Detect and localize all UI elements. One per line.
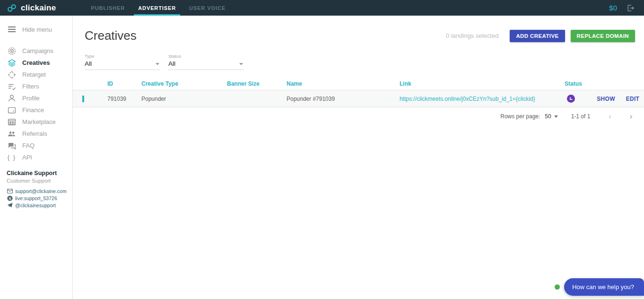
- online-status-dot: [555, 284, 560, 290]
- top-navigation: PUBLISHER ADVERTISER USER VOICE: [85, 0, 232, 16]
- rows-per-page-select[interactable]: 50: [545, 113, 557, 120]
- marketplace-grid-icon: [7, 117, 17, 127]
- finance-wallet-icon: [7, 106, 17, 115]
- col-header-banner-size: Banner Size: [227, 80, 287, 87]
- replace-domain-button[interactable]: REPLACE DOMAIN: [571, 30, 635, 42]
- type-filter-value: All: [85, 60, 92, 67]
- sidebar-item-creatives[interactable]: Creatives: [0, 57, 72, 69]
- sidebar-item-filters[interactable]: Filters: [0, 80, 72, 92]
- col-header-status: Status: [565, 80, 591, 87]
- col-header-name: Name: [287, 80, 400, 87]
- nav-user-voice[interactable]: USER VOICE: [185, 0, 230, 16]
- support-block: Clickaine Support Customer Support suppo…: [0, 163, 72, 209]
- support-telegram-link[interactable]: @clickainesupport: [7, 202, 72, 209]
- col-header-creative-type: Creative Type: [141, 80, 227, 87]
- profile-person-icon: [7, 94, 17, 103]
- chevron-down-icon: [156, 63, 159, 65]
- creatives-layers-icon: [7, 58, 17, 68]
- pagination-bar: Rows per page: 50 1-1 of 1 ‹ ›: [73, 107, 644, 125]
- add-creative-button[interactable]: ADD CREATIVE: [510, 30, 565, 42]
- api-braces-icon: { }: [7, 153, 17, 162]
- brand-logo: clickaine: [7, 0, 56, 16]
- filter-bar: Type All Status All: [85, 53, 644, 70]
- topbar: clickaine PUBLISHER ADVERTISER USER VOIC…: [0, 0, 644, 16]
- status-filter-select[interactable]: Status All: [168, 53, 244, 70]
- referrals-people-icon: [7, 129, 17, 139]
- retarget-crosshair-icon: [7, 70, 17, 79]
- sidebar-item-referrals[interactable]: Referrals: [0, 128, 72, 140]
- logout-icon[interactable]: [627, 4, 635, 12]
- sidebar-item-retarget[interactable]: Retarget: [0, 69, 72, 80]
- nav-publisher[interactable]: PUBLISHER: [87, 0, 130, 16]
- col-header-link: Link: [400, 80, 565, 87]
- brand-name: clickaine: [21, 3, 56, 13]
- sidebar: Hide menu Campaigns Creatives: [0, 16, 73, 299]
- pagination-range: 1-1 of 1: [571, 113, 591, 120]
- svg-text:S: S: [9, 196, 11, 200]
- sidebar-item-api[interactable]: { } API: [0, 151, 72, 163]
- cell-name: Popunder #791039: [287, 96, 400, 102]
- clickaine-logo-icon: [7, 3, 17, 13]
- email-envelope-icon: [7, 188, 13, 194]
- table-header-row: ID Creative Type Banner Size Name Link S…: [73, 77, 644, 90]
- main-content: Creatives 0 landings selected ADD CREATI…: [73, 16, 644, 299]
- next-page-icon[interactable]: ›: [629, 113, 633, 121]
- skype-icon: S: [7, 195, 13, 201]
- status-pending-badge: [567, 95, 575, 103]
- type-filter-select[interactable]: Type All: [85, 53, 160, 70]
- page-title: Creatives: [85, 28, 137, 43]
- balance-amount[interactable]: $0: [609, 4, 617, 12]
- campaigns-target-icon: [7, 46, 17, 56]
- creatives-table: ID Creative Type Banner Size Name Link S…: [73, 77, 644, 125]
- chevron-down-icon: [554, 115, 558, 118]
- faq-chat-icon: [7, 141, 17, 150]
- sidebar-item-faq[interactable]: FAQ: [0, 140, 72, 151]
- rows-per-page-label: Rows per page:: [500, 113, 540, 120]
- sidebar-item-campaigns[interactable]: Campaigns: [0, 45, 72, 57]
- previous-page-icon[interactable]: ‹: [608, 113, 611, 121]
- sidebar-item-marketplace[interactable]: Marketplace: [0, 116, 72, 128]
- landings-selected-text: 0 landings selected: [446, 32, 498, 39]
- support-skype-link[interactable]: S live:support_53726: [7, 194, 72, 202]
- sidebar-item-finance[interactable]: Finance: [0, 104, 72, 116]
- table-row: 791039 Popunder Popunder #791039 https:/…: [73, 90, 644, 107]
- support-title: Clickaine Support: [7, 170, 72, 176]
- chat-widget: How can we help you?: [555, 278, 644, 296]
- hamburger-icon: [7, 25, 17, 34]
- sidebar-item-profile[interactable]: Profile: [0, 92, 72, 104]
- chevron-down-icon: [239, 63, 243, 65]
- chat-help-button[interactable]: How can we help you?: [564, 278, 644, 296]
- edit-button[interactable]: EDIT: [621, 96, 644, 102]
- show-button[interactable]: SHOW: [591, 96, 621, 102]
- nav-advertiser[interactable]: ADVERTISER: [134, 0, 180, 16]
- telegram-plane-icon: [7, 202, 13, 208]
- row-checkbox[interactable]: [82, 96, 84, 102]
- col-header-id: ID: [107, 80, 141, 87]
- creative-link[interactable]: https://clickmeets.online/j0xCEzYn?sub_i…: [400, 96, 535, 102]
- hide-menu-button[interactable]: Hide menu: [0, 22, 72, 36]
- cell-creative-type: Popunder: [141, 96, 227, 102]
- cell-id: 791039: [107, 96, 141, 102]
- support-subtitle: Customer Support: [7, 178, 72, 184]
- filters-icon: [7, 82, 17, 91]
- support-email-link[interactable]: support@clickaine.com: [7, 187, 72, 194]
- status-filter-value: All: [168, 60, 175, 67]
